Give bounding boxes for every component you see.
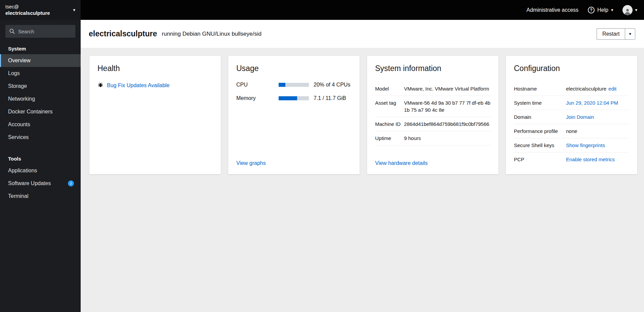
administrative-access-button[interactable]: Administrative access	[526, 7, 578, 13]
secure-shell-keys-row: Secure Shell keys Show fingerprints	[514, 138, 629, 152]
sidebar-item-applications[interactable]: Applications	[0, 164, 81, 177]
sidebar-item-label: Docker Containers	[8, 109, 53, 115]
sidebar-item-label: Accounts	[8, 122, 30, 128]
usage-card: Usage CPU 20% of 4 CPUs Memory 7.1 /	[228, 56, 360, 174]
nav-section-system: System Overview Logs Storage Networking …	[0, 42, 81, 144]
configuration-card: Configuration Hostname electricalsculptu…	[506, 56, 637, 174]
overview-content: Health Bug Fi	[81, 48, 644, 312]
view-hardware-details-link[interactable]: View hardware details	[375, 160, 490, 166]
memory-usage-value: 7.1 / 11.7 GiB	[314, 95, 346, 101]
sidebar-item-label: Terminal	[8, 193, 28, 199]
chevron-down-icon: ▾	[635, 8, 637, 12]
performance-profile-row: Performance profile none	[514, 124, 629, 138]
hostname-edit-link[interactable]: edit	[608, 86, 616, 92]
cockpit-app: tsec@ electricalsculpture ▾ System Overv…	[0, 0, 644, 312]
secure-shell-keys-value: Show fingerprints	[566, 142, 629, 149]
help-menu[interactable]: ? Help ▾	[588, 7, 613, 13]
pcp-value: Enable stored metrics	[566, 156, 629, 163]
page-title: electricalsculpture	[89, 29, 157, 38]
sidebar-item-terminal[interactable]: Terminal	[0, 190, 81, 203]
performance-profile-label: Performance profile	[514, 128, 566, 135]
sidebar-item-storage[interactable]: Storage	[0, 80, 81, 93]
show-fingerprints-link[interactable]: Show fingerprints	[566, 142, 605, 148]
restart-dropdown-toggle[interactable]: ▾	[625, 28, 635, 40]
host-user: tsec@	[5, 4, 50, 9]
hostname-label: Hostname	[514, 85, 566, 92]
cpu-usage-row: CPU 20% of 4 CPUs	[236, 82, 352, 88]
hostname-text: electricalsculpture	[566, 86, 606, 92]
uptime-label: Uptime	[375, 135, 404, 142]
chevron-down-icon: ▾	[629, 32, 631, 36]
sidebar-item-software-updates[interactable]: Software Updates i	[0, 177, 81, 190]
os-subtitle: running Debian GNU/Linux bullseye/sid	[162, 31, 261, 37]
usage-card-title: Usage	[236, 64, 352, 73]
restart-button[interactable]: Restart	[597, 28, 625, 40]
host-switcher-text: tsec@ electricalsculpture	[5, 4, 50, 16]
asset-tag-label: Asset tag	[375, 99, 404, 113]
asset-tag-value: VMware-56 4d 9a 30 b7 77 7f df-eb 4b 1b …	[404, 99, 490, 113]
cpu-progress-fill	[279, 83, 285, 87]
avatar	[622, 5, 633, 15]
system-information-card: System information Model VMware, Inc. VM…	[367, 56, 498, 174]
memory-progress-bar	[279, 96, 309, 100]
nav-section-title-system: System	[0, 42, 81, 54]
system-time-value: Jun 29, 2020 12:04 PM	[566, 99, 629, 106]
sidebar-item-services[interactable]: Services	[0, 131, 81, 144]
nav-section-tools: Tools Applications Software Updates i Te…	[0, 152, 81, 203]
search-icon	[9, 29, 15, 35]
bug-icon	[97, 82, 104, 89]
memory-label: Memory	[236, 95, 279, 101]
masthead: Administrative access ? Help ▾ ▾	[81, 0, 644, 20]
sidebar: tsec@ electricalsculpture ▾ System Overv…	[0, 0, 81, 312]
sidebar-item-networking[interactable]: Networking	[0, 93, 81, 105]
main-column: Administrative access ? Help ▾ ▾ electri…	[81, 0, 644, 312]
info-icon: i	[68, 180, 74, 186]
enable-stored-metrics-link[interactable]: Enable stored metrics	[566, 157, 615, 162]
uptime-value: 9 hours	[404, 135, 490, 142]
sidebar-item-label: Services	[8, 134, 29, 140]
health-card: Health Bug Fi	[89, 56, 221, 174]
pcp-label: PCP	[514, 156, 566, 163]
model-row: Model VMware, Inc. VMware Virtual Platfo…	[375, 82, 490, 96]
host-name: electricalsculpture	[5, 10, 50, 16]
domain-label: Domain	[514, 113, 566, 120]
view-graphs-link[interactable]: View graphs	[236, 160, 352, 166]
health-card-title: Health	[97, 64, 213, 73]
machine-id-row: Machine ID 2864d41bef864d759b681f9c0bf79…	[375, 117, 490, 131]
secure-shell-keys-label: Secure Shell keys	[514, 142, 566, 149]
sidebar-item-label: Logs	[8, 70, 20, 76]
sidebar-item-accounts[interactable]: Accounts	[0, 118, 81, 131]
page-header: electricalsculpture running Debian GNU/L…	[81, 20, 644, 48]
sidebar-item-docker-containers[interactable]: Docker Containers	[0, 105, 81, 118]
domain-value: Join Domain	[566, 113, 629, 120]
system-time-link[interactable]: Jun 29, 2020 12:04 PM	[566, 100, 618, 106]
system-information-card-title: System information	[375, 64, 490, 73]
host-switcher[interactable]: tsec@ electricalsculpture ▾	[0, 0, 81, 20]
uptime-row: Uptime 9 hours	[375, 131, 490, 145]
nav-section-title-tools: Tools	[0, 152, 81, 164]
sidebar-item-label: Software Updates	[8, 180, 51, 186]
domain-row: Domain Join Domain	[514, 110, 629, 124]
sidebar-search	[5, 25, 75, 38]
help-label: Help	[597, 7, 608, 13]
session-menu[interactable]: ▾	[622, 5, 637, 15]
asset-tag-row: Asset tag VMware-56 4d 9a 30 b7 77 7f df…	[375, 96, 490, 117]
sidebar-item-label: Overview	[8, 58, 31, 64]
sidebar-item-label: Networking	[8, 96, 35, 102]
sidebar-item-logs[interactable]: Logs	[0, 67, 81, 80]
overview-cards: Health Bug Fi	[89, 56, 635, 174]
memory-progress-fill	[279, 96, 297, 100]
bug-fix-updates-link[interactable]: Bug Fix Updates Available	[107, 82, 169, 89]
model-label: Model	[375, 85, 404, 92]
system-time-label: System time	[514, 99, 566, 106]
search-input[interactable]	[5, 25, 75, 38]
help-icon: ?	[588, 7, 595, 13]
memory-usage-row: Memory 7.1 / 11.7 GiB	[236, 95, 352, 101]
machine-id-label: Machine ID	[375, 120, 404, 128]
join-domain-link[interactable]: Join Domain	[566, 114, 594, 120]
cpu-usage-value: 20% of 4 CPUs	[314, 82, 350, 88]
chevron-down-icon: ▾	[611, 8, 613, 12]
sidebar-item-overview[interactable]: Overview	[0, 54, 81, 67]
hostname-value: electricalsculptureedit	[566, 85, 629, 92]
sidebar-item-label: Storage	[8, 83, 27, 89]
